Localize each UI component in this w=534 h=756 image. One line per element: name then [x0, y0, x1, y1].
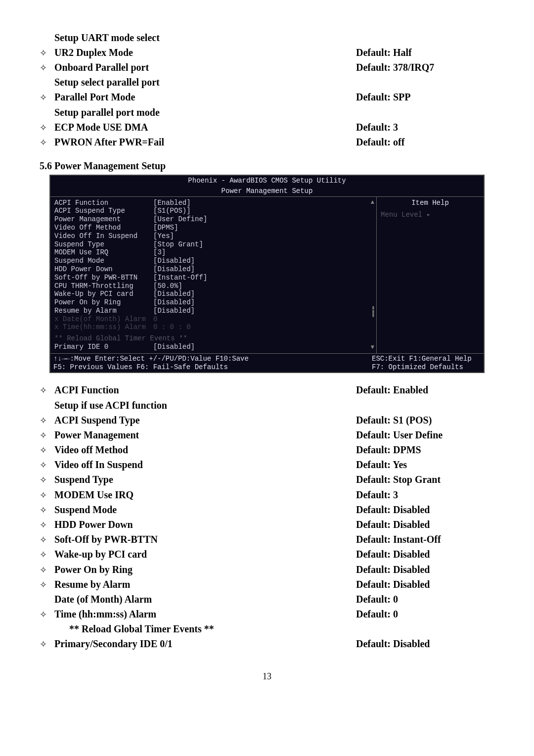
option-default: Default: Disabled [356, 503, 494, 517]
option-label: Video off In Suspend [54, 458, 356, 472]
option-label: Wake-up by PCI card [54, 547, 356, 561]
option-label: UR2 Duplex Mode [54, 46, 356, 59]
diamond-icon: ✧ [40, 534, 54, 546]
bios-global-timer-header: ** Reload Global Timer Events ** [54, 334, 372, 343]
option-default: Default: 3 [356, 488, 494, 502]
option-row: ✧ACPI Suspend TypeDefault: S1 (POS) [40, 413, 494, 427]
option-default: Default: Instant-Off [356, 532, 494, 546]
bios-row-key: MODEM Use IRQ [54, 248, 153, 257]
option-row: Setup parallel port mode [40, 105, 494, 119]
bios-row-key: HDD Power Down [54, 265, 153, 274]
option-label: Setup UART mode select [54, 31, 356, 45]
option-row: Setup if use ACPI function [40, 398, 494, 412]
bios-row: x Date(of Month) Alarm 0 [54, 315, 372, 324]
option-row: Date (of Month) AlarmDefault: 0 [40, 592, 494, 606]
bios-row-key: ACPI Function [54, 199, 153, 207]
bios-row-key: Video Off Method [54, 224, 153, 232]
diamond-icon: ✧ [40, 384, 54, 397]
bios-row: Video Off Method[DPMS] [54, 224, 372, 232]
option-label: Power On by Ring [54, 563, 356, 576]
bios-row: Suspend Mode[Disabled] [54, 257, 372, 265]
bios-row-key: Wake-Up by PCI card [54, 290, 153, 298]
diamond-icon: ✧ [40, 638, 54, 651]
option-default: Default: 0 [356, 607, 494, 621]
bios-row-value: [Disabled] [153, 257, 372, 265]
bios-row-key: Soft-Off by PWR-BTTN [54, 274, 153, 282]
option-row: ✧UR2 Duplex ModeDefault: Half [40, 46, 494, 59]
option-label: ACPI Suspend Type [54, 413, 356, 427]
diamond-icon: ✧ [40, 609, 54, 621]
bios-row-key: Power On by Ring [54, 298, 153, 307]
option-row: ✧HDD Power DownDefault: Disabled [40, 518, 494, 531]
option-default: Default: Disabled [356, 637, 494, 651]
bios-row-key: Resume by Alarm [54, 307, 153, 315]
scrollbar-icon: ▮▮▮ [371, 306, 375, 318]
option-label: Parallel Port Mode [54, 90, 356, 104]
diamond-icon: ✧ [40, 444, 54, 457]
option-row: ✧Resume by AlarmDefault: Disabled [40, 577, 494, 591]
bios-header-line2: Power Management Setup [50, 186, 484, 196]
diamond-icon: ✧ [40, 489, 54, 502]
option-label: Date (of Month) Alarm [54, 592, 356, 606]
option-default: Default: Enabled [356, 383, 494, 397]
bios-row-value: [DPMS] [153, 224, 372, 232]
bios-row-key: x Time(hh:mm:ss) Alarm [54, 323, 153, 331]
bios-row: Power On by Ring[Disabled] [54, 298, 372, 307]
bios-row: x Time(hh:mm:ss) Alarm 0 : 0 : 0 [54, 323, 372, 331]
option-label: Soft-Off by PWR-BTTN [54, 532, 356, 546]
section-heading: 5.6 Power Management Setup [40, 159, 494, 173]
bios-row: Resume by Alarm[Disabled] [54, 307, 372, 315]
diamond-icon: ✧ [40, 474, 54, 486]
option-default: Default: SPP [356, 90, 494, 104]
bios-footer-left-2: F5: Previous Values F6: Fail-Safe Defaul… [53, 363, 372, 372]
option-default: Default: DPMS [356, 443, 494, 457]
bios-right-pane: Item Help Menu Level ▸ [377, 197, 484, 353]
option-label: Suspend Mode [54, 503, 356, 517]
bios-row-value: [Disabled] [153, 265, 372, 274]
option-row: ✧Soft-Off by PWR-BTTNDefault: Instant-Of… [40, 532, 494, 546]
bios-row: Wake-Up by PCI card[Disabled] [54, 290, 372, 298]
bios-row-value: [Disabled] [153, 307, 372, 315]
option-label: PWRON After PWR=Fail [54, 135, 356, 149]
option-label: MODEM Use IRQ [54, 488, 356, 502]
option-row: ✧Parallel Port ModeDefault: SPP [40, 90, 494, 104]
option-label: Time (hh:mm:ss) Alarm [54, 607, 356, 621]
bios-row-key: Power Management [54, 215, 153, 224]
option-row: ✧ACPI FunctionDefault: Enabled [40, 383, 494, 397]
option-label: Suspend Type [54, 472, 356, 486]
option-default: Default: Disabled [356, 518, 494, 531]
option-row: Setup UART mode select [40, 31, 494, 45]
bios-row: ACPI Suspend Type[S1(POS)] [54, 207, 372, 215]
bios-row-value: [User Define] [153, 215, 372, 224]
option-label: ** Reload Global Timer Events ** [54, 622, 356, 636]
bios-row-key: Primary IDE 0 [54, 343, 153, 351]
option-label: Primary/Secondary IDE 0/1 [54, 637, 356, 651]
bios-row: Soft-Off by PWR-BTTN[Instant-Off] [54, 274, 372, 282]
bios-row-key: ACPI Suspend Type [54, 207, 153, 215]
option-row: ✧Suspend ModeDefault: Disabled [40, 503, 494, 517]
bios-menu-level: Menu Level ▸ [381, 211, 480, 219]
option-label: Resume by Alarm [54, 577, 356, 591]
bios-row: CPU THRM-Throttling[50.0%] [54, 282, 372, 290]
option-row: ✧Power ManagementDefault: User Define [40, 428, 494, 442]
bios-row: ACPI Function[Enabled] [54, 199, 372, 207]
option-row: ✧Video off In SuspendDefault: Yes [40, 458, 494, 472]
bios-footer-left-1: ↑↓→←:Move Enter:Select +/-/PU/PD:Value F… [53, 355, 372, 363]
bios-row-value: 0 [153, 315, 372, 324]
diamond-icon: ✧ [40, 519, 54, 531]
option-default: Default: Yes [356, 458, 494, 472]
diamond-icon: ✧ [40, 429, 54, 442]
scroll-up-icon: ▲ [371, 199, 374, 206]
bios-row-key: CPU THRM-Throttling [54, 282, 153, 290]
bios-row-value: [3] [153, 248, 372, 257]
option-default: Default: 3 [356, 120, 494, 134]
diamond-icon: ✧ [40, 62, 54, 74]
bios-row-key: Video Off In Suspend [54, 232, 153, 240]
option-row: ✧Wake-up by PCI cardDefault: Disabled [40, 547, 494, 561]
option-default: Default: Disabled [356, 577, 494, 591]
diamond-icon: ✧ [40, 415, 54, 427]
top-bios-option-list: Setup UART mode select✧UR2 Duplex ModeDe… [40, 31, 494, 149]
option-label: Video off Method [54, 443, 356, 457]
diamond-icon: ✧ [40, 549, 54, 561]
option-default: Default: User Define [356, 428, 494, 442]
